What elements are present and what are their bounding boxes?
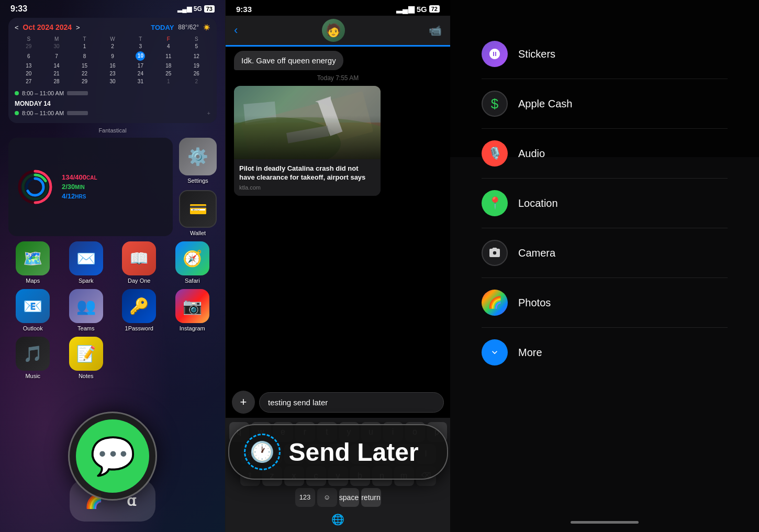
cal-day: 2 (183, 77, 210, 85)
send-later-overlay[interactable]: 🕐 Send Later (228, 424, 448, 480)
cal-th-fri: F (154, 36, 182, 42)
app-maps[interactable]: 🗺️ Maps (8, 241, 58, 284)
battery-badge-home: 73 (204, 5, 215, 13)
app-outlook[interactable]: 📧 Outlook (8, 289, 58, 331)
time-home: 9:33 (10, 4, 27, 14)
event-time-2: 8:00 – 11:00 AM (22, 110, 64, 116)
cal-day: 24 (127, 70, 154, 77)
cal-day[interactable]: 10 (127, 50, 154, 62)
settings-icon: ⚙️ (179, 138, 217, 175)
add-event-btn[interactable]: + (207, 110, 210, 116)
plus-button[interactable]: + (232, 391, 255, 414)
calendar-nav[interactable]: < Oct 2024 2024 > (15, 23, 80, 31)
crash-image-visual (241, 91, 374, 159)
video-call-button[interactable]: 📹 (429, 24, 442, 37)
svg-rect-11 (286, 126, 329, 143)
messages-float-icon[interactable]: 💬 (68, 412, 157, 501)
event-bar-2 (67, 111, 88, 115)
cal-day: 19 (183, 62, 210, 70)
cal-th-wed: W (98, 36, 126, 42)
share-item-camera[interactable]: Camera (471, 230, 738, 275)
fantastical-label: Fantastical (0, 127, 225, 134)
news-source: ktla.com (239, 184, 375, 191)
divider-6 (482, 327, 728, 328)
app-safari[interactable]: 🧭 Safari (168, 241, 217, 284)
msg-battery: 72 (429, 5, 440, 13)
camera-label: Camera (518, 247, 555, 259)
app-wallet[interactable]: 💳 Wallet (179, 190, 217, 236)
kb-bottom: 🌐 (228, 509, 448, 528)
message-text-input[interactable] (259, 392, 444, 413)
cal-next-btn[interactable]: > (76, 24, 80, 31)
cal-day: 5 (183, 42, 210, 50)
cal-day-label: MONDAY 14 (15, 100, 210, 107)
cal-day: 27 (15, 77, 42, 85)
app-settings[interactable]: ⚙️ Settings (179, 138, 217, 184)
share-item-location[interactable]: 📍 Location (471, 181, 738, 226)
cal-day: 7 (42, 50, 70, 62)
photos-icon: 🌈 (482, 290, 508, 316)
safari-icon: 🧭 (175, 241, 209, 275)
cal-th-sat: S (183, 36, 210, 42)
settings-label: Settings (187, 178, 208, 184)
maps-icon: 🗺️ (16, 241, 50, 275)
cal-day: 16 (98, 62, 126, 70)
apple-cash-icon: $ (482, 91, 508, 117)
news-card-content: Pilot in deadly Catalina crash did not h… (234, 159, 381, 196)
send-later-clock-icon: 🕐 (244, 434, 281, 470)
apple-cash-label: Apple Cash (518, 98, 572, 110)
key-123[interactable]: 123 (295, 488, 315, 507)
messages-icon-inner: 💬 (76, 419, 149, 493)
calendar-grid: S M T W T F S 29 30 1 2 3 4 5 (15, 36, 210, 85)
app-music[interactable]: 🎵 Music (8, 337, 58, 379)
fitness-widget[interactable]: 134/400CAL 2/30MIN 4/12HRS (8, 138, 173, 236)
share-item-stickers[interactable]: Stickers (471, 31, 738, 76)
svg-point-8 (234, 117, 341, 159)
globe-key[interactable]: 🌐 (331, 513, 344, 526)
outlook-label: Outlook (23, 325, 43, 331)
cal-day: 22 (71, 70, 98, 77)
key-return[interactable]: return (361, 488, 381, 507)
app-teams[interactable]: 👥 Teams (62, 289, 111, 331)
cal-th-sun: S (15, 36, 42, 42)
cal-day: 2 (98, 42, 126, 50)
cal-day: 28 (42, 77, 70, 85)
cal-today-label: TODAY (151, 24, 174, 31)
fitness-cal: 134/400CAL (62, 173, 164, 182)
notes-icon: 📝 (69, 337, 103, 371)
wallet-icon: 💳 (179, 190, 217, 228)
app-row-4: 🎵 Music 📝 Notes (0, 337, 225, 379)
calendar-events: 8:00 – 11:00 AM MONDAY 14 8:00 – 11:00 A… (15, 88, 210, 118)
share-item-audio[interactable]: 🎙️ Audio (471, 131, 738, 176)
calendar-today-section: TODAY 88°/62° ☀️ (151, 24, 210, 31)
home-indicator (571, 521, 639, 524)
cal-day: 30 (98, 77, 126, 85)
music-app-icon: 🎵 (16, 337, 50, 371)
divider-3 (482, 178, 728, 179)
battery-home: 73 (204, 5, 215, 13)
cal-day: 18 (154, 62, 182, 70)
key-emoji[interactable]: ☺ (317, 488, 337, 507)
app-spark[interactable]: ✉️ Spark (62, 241, 111, 284)
calendar-header: < Oct 2024 2024 > TODAY 88°/62° ☀️ (15, 23, 210, 31)
cal-day: 25 (154, 70, 182, 77)
news-title: Pilot in deadly Catalina crash did not h… (239, 164, 375, 182)
back-button[interactable]: ‹ (234, 24, 238, 37)
share-item-more[interactable]: More (471, 330, 738, 375)
cal-prev-btn[interactable]: < (15, 24, 19, 31)
news-card[interactable]: Pilot in deadly Catalina crash did not h… (234, 86, 381, 196)
dayone-icon: 📖 (122, 241, 156, 275)
cal-day: 14 (42, 62, 70, 70)
time-messages: 9:33 (236, 5, 252, 14)
contact-avatar[interactable]: 🧑 (322, 19, 345, 42)
app-dayone[interactable]: 📖 Day One (115, 241, 164, 284)
fitness-min: 2/30MIN (62, 182, 164, 192)
settings-wallet-group: ⚙️ Settings 💳 Wallet (179, 138, 217, 236)
app-onepass[interactable]: 🔑 1Password (115, 289, 164, 331)
share-item-apple-cash[interactable]: $ Apple Cash (471, 81, 738, 126)
share-item-photos[interactable]: 🌈 Photos (471, 280, 738, 325)
key-space[interactable]: space (339, 488, 359, 507)
app-instagram[interactable]: 📷 Instagram (168, 289, 217, 331)
event-dot (15, 91, 19, 95)
app-notes[interactable]: 📝 Notes (62, 337, 111, 379)
